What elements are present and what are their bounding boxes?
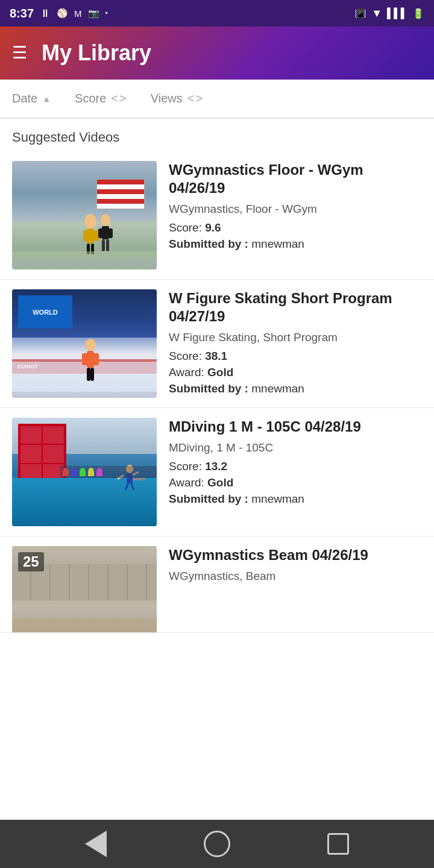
status-right: 📳 ▼ ▌▌▌ 🔋 <box>354 7 424 20</box>
back-icon <box>85 831 107 857</box>
video-list: WGymnastics Floor - WGym 04/26/19 WGymna… <box>0 151 434 633</box>
svg-rect-16 <box>87 368 90 381</box>
rink-screen: WORLD <box>18 295 72 329</box>
video-card-4[interactable]: 25 WGymnastics Beam 04/26/19 WGymnastics… <box>0 536 434 633</box>
video-info-4: WGymnastics Beam 04/26/19 WGymnastics, B… <box>169 546 422 623</box>
skater-figure <box>72 338 108 386</box>
spectators <box>60 466 157 478</box>
svg-rect-15 <box>93 353 99 365</box>
floor-mat <box>12 251 157 269</box>
vibrate-icon: 📳 <box>354 8 366 19</box>
sort-score-chevrons: < > <box>111 92 126 105</box>
video-score-2: Score: 38.1 <box>169 350 422 363</box>
page-title: My Library <box>42 40 151 66</box>
status-bar: 8:37 ⏸ ⚾ M 📷 • 📳 ▼ ▌▌▌ 🔋 <box>0 0 434 27</box>
sort-bar: Date ▲ Score < > Views < > <box>0 80 434 118</box>
home-icon <box>204 831 230 857</box>
sort-date-arrows[interactable]: ▲ <box>42 95 51 103</box>
dot-icon: • <box>105 9 108 17</box>
flag-icon <box>96 179 145 209</box>
sort-score-group[interactable]: Score < > <box>75 92 127 105</box>
video-title-1: WGymnastics Floor - WGym 04/26/19 <box>169 161 422 197</box>
video-category-2: W Figure Skating, Short Program <box>169 331 422 344</box>
video-submitted-1: Submitted by : mnewman <box>169 237 422 251</box>
video-score-1: Score: 9.6 <box>169 221 422 234</box>
svg-rect-9 <box>108 228 113 238</box>
video-category-4: WGymnastics, Beam <box>169 570 422 583</box>
wifi-icon: ▼ <box>371 7 382 20</box>
sort-views-label: Views <box>151 92 183 105</box>
bottom-nav <box>0 820 434 868</box>
sort-score-left-chevron: < <box>111 92 118 105</box>
video-title-3: MDiving 1 M - 105C 04/28/19 <box>169 418 422 436</box>
gym-floor <box>12 618 157 633</box>
svg-rect-10 <box>102 239 105 251</box>
sort-views-group[interactable]: Views < > <box>151 92 203 105</box>
sort-date-group[interactable]: Date ▲ <box>12 92 51 105</box>
video-card-3[interactable]: MDiving 1 M - 105C 04/28/19 MDiving, 1 M… <box>0 408 434 536</box>
svg-rect-8 <box>98 228 103 238</box>
video-info-3: MDiving 1 M - 105C 04/28/19 MDiving, 1 M… <box>169 418 422 526</box>
svg-rect-14 <box>82 353 88 365</box>
header: ☰ My Library <box>0 27 434 80</box>
video-title-2: W Figure Skating Short Program 04/27/19 <box>169 289 422 326</box>
sort-score-label: Score <box>75 92 106 105</box>
gmail-icon: M <box>74 8 82 19</box>
suggested-videos-label: Suggested Videos <box>0 119 434 151</box>
video-info-1: WGymnastics Floor - WGym 04/26/19 WGymna… <box>169 161 422 269</box>
battery-icon: 🔋 <box>412 8 424 19</box>
back-button[interactable] <box>85 831 107 857</box>
menu-button[interactable]: ☰ <box>12 45 27 61</box>
video-thumbnail-2: WORLD GUINOT <box>12 289 157 398</box>
svg-rect-17 <box>90 368 94 381</box>
number-badge: 25 <box>18 552 44 571</box>
pool-scoreboard <box>18 424 66 484</box>
video-thumbnail-4: 25 <box>12 546 157 633</box>
video-category-1: WGymnastics, Floor - WGym <box>169 203 422 216</box>
video-info-2: W Figure Skating Short Program 04/27/19 … <box>169 289 422 398</box>
svg-point-6 <box>101 214 110 226</box>
svg-rect-3 <box>94 230 99 241</box>
gymnast-figure <box>60 209 121 257</box>
svg-point-12 <box>85 339 96 351</box>
video-title-4: WGymnastics Beam 04/26/19 <box>169 546 422 564</box>
video-score-3: Score: 13.2 <box>169 460 422 473</box>
video-submitted-3: Submitted by : mnewman <box>169 492 422 506</box>
video-category-3: MDiving, 1 M - 105C <box>169 441 422 454</box>
pause-icon: ⏸ <box>40 7 51 20</box>
sort-views-chevrons: < > <box>187 92 203 105</box>
sort-date-up-arrow: ▲ <box>42 95 51 103</box>
sort-date-label: Date <box>12 92 37 105</box>
home-button[interactable] <box>204 831 230 857</box>
status-time: 8:37 <box>10 7 34 20</box>
svg-line-23 <box>125 484 128 490</box>
recent-icon <box>327 833 349 855</box>
video-thumbnail-1 <box>12 161 157 269</box>
video-award-2: Award: Gold <box>169 366 422 379</box>
video-award-3: Award: Gold <box>169 476 422 489</box>
video-card-1[interactable]: WGymnastics Floor - WGym 04/26/19 WGymna… <box>0 151 434 280</box>
sort-score-right-chevron: > <box>119 92 127 105</box>
status-left: 8:37 ⏸ ⚾ M 📷 • <box>10 7 108 20</box>
svg-point-0 <box>84 214 96 228</box>
instagram-icon: 📷 <box>88 8 99 19</box>
video-submitted-2: Submitted by : mnewman <box>169 382 422 395</box>
mlb-icon: ⚾ <box>57 8 68 19</box>
svg-line-24 <box>131 484 134 490</box>
svg-rect-2 <box>83 230 88 241</box>
signal-icon: ▌▌▌ <box>387 8 407 19</box>
sort-views-right-chevron: > <box>195 92 203 105</box>
video-thumbnail-3 <box>12 418 157 526</box>
sort-views-left-chevron: < <box>187 92 195 105</box>
video-card-2[interactable]: WORLD GUINOT W Figure Skating Short Prog… <box>0 280 434 408</box>
recent-button[interactable] <box>327 833 349 855</box>
svg-rect-11 <box>106 239 109 251</box>
